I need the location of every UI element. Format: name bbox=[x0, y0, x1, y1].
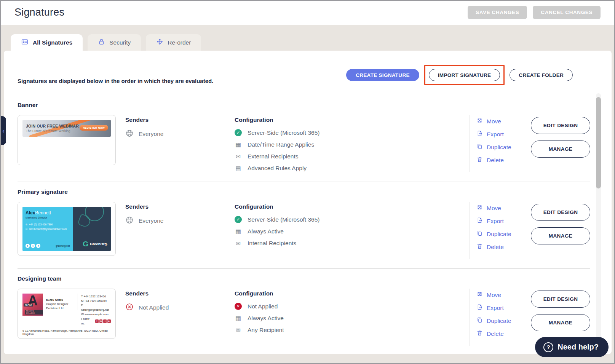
trash-icon bbox=[476, 243, 483, 251]
config-label: External Recipients bbox=[248, 153, 299, 160]
export-label: Export bbox=[487, 305, 504, 311]
configuration-heading: Configuration bbox=[235, 290, 470, 297]
duplicate-label: Duplicate bbox=[487, 231, 511, 238]
delete-label: Delete bbox=[487, 330, 504, 337]
export-icon bbox=[476, 130, 483, 138]
globe-icon bbox=[125, 216, 134, 226]
phone-icon: ✆ bbox=[26, 224, 27, 226]
signature-thumbnail[interactable]: A ALPHA PRIVATE COLLEGE Karen Green Grap… bbox=[18, 289, 116, 339]
question-mark-icon: ? bbox=[543, 342, 553, 352]
move-icon bbox=[476, 291, 483, 299]
need-help-button[interactable]: ? Need help? bbox=[535, 337, 609, 357]
delete-link[interactable]: Delete bbox=[476, 156, 518, 164]
sig-address: 9-11 Alexandra Road, Farnborough, Hampsh… bbox=[22, 329, 111, 336]
move-icon bbox=[476, 117, 483, 125]
delete-link[interactable]: Delete bbox=[476, 330, 518, 338]
tab-all-signatures[interactable]: All Signatures bbox=[11, 34, 83, 51]
duplicate-icon bbox=[476, 143, 483, 151]
config-label: Not Applied bbox=[248, 303, 278, 310]
cross-icon bbox=[235, 303, 242, 310]
sig-email: alex.bennett@syncanddeliver.com bbox=[29, 228, 67, 230]
senders-heading: Senders bbox=[125, 203, 217, 210]
toolbar: CREATE SIGNATURE IMPORT SIGNATURE CREATE… bbox=[346, 65, 573, 85]
config-label: Server-Side (Microsoft 365) bbox=[248, 216, 320, 223]
delete-label: Delete bbox=[487, 157, 504, 164]
move-link[interactable]: Move bbox=[476, 204, 518, 212]
move-label: Move bbox=[487, 118, 501, 125]
banner-subline: The Future of Remote Working bbox=[26, 129, 79, 133]
instagram-icon: ◎ bbox=[31, 244, 35, 248]
duplicate-link[interactable]: Duplicate bbox=[476, 317, 518, 325]
sig-phone-t: T +44 1252 123456 bbox=[81, 294, 111, 299]
scrollbar-track[interactable] bbox=[596, 93, 601, 351]
config-label: Always Active bbox=[248, 228, 284, 235]
move-icon bbox=[476, 204, 483, 212]
section-title: Banner bbox=[18, 102, 590, 109]
move-link[interactable]: Move bbox=[476, 291, 518, 299]
lock-icon bbox=[98, 38, 105, 47]
import-signature-button[interactable]: IMPORT SIGNATURE bbox=[429, 69, 500, 81]
edit-design-button[interactable]: EDIT DESIGN bbox=[531, 204, 590, 221]
calendar-icon bbox=[235, 141, 242, 148]
signature-thumbnail[interactable]: AlexBennett Marketing Director ✆+44 (0) … bbox=[18, 202, 116, 256]
import-signature-highlight: IMPORT SIGNATURE bbox=[424, 65, 505, 85]
greenorg-logo-icon: G bbox=[83, 240, 88, 247]
cancel-changes-button[interactable]: CANCEL CHANGES bbox=[533, 6, 601, 19]
globe-icon bbox=[125, 129, 134, 139]
tab-label: All Signatures bbox=[33, 39, 72, 46]
manage-button[interactable]: MANAGE bbox=[531, 314, 590, 331]
config-label: Advanced Rules Apply bbox=[248, 165, 307, 172]
tab-security[interactable]: Security bbox=[88, 34, 141, 51]
sig-role: Marketing Director bbox=[26, 216, 70, 219]
config-label: Server-Side (Microsoft 365) bbox=[248, 129, 320, 136]
twitter-icon: t bbox=[26, 244, 30, 248]
section-title: Designing team bbox=[18, 275, 590, 282]
main-area: All Signatures Security Re-order Signatu… bbox=[0, 25, 615, 364]
duplicate-link[interactable]: Duplicate bbox=[476, 230, 518, 238]
sidebar-collapse-toggle[interactable]: ‹ bbox=[1, 116, 6, 145]
create-signature-button[interactable]: CREATE SIGNATURE bbox=[346, 69, 419, 81]
duplicate-link[interactable]: Duplicate bbox=[476, 143, 518, 151]
config-label: Always Active bbox=[248, 315, 284, 322]
save-changes-button[interactable]: SAVE CHANGES bbox=[468, 6, 527, 19]
tab-label: Security bbox=[109, 39, 131, 46]
configuration-heading: Configuration bbox=[235, 203, 470, 210]
app-header: Signatures SAVE CHANGES CANCEL CHANGES bbox=[0, 0, 615, 25]
tab-reorder[interactable]: Re-order bbox=[146, 34, 201, 51]
need-help-label: Need help? bbox=[557, 343, 599, 351]
export-link[interactable]: Export bbox=[476, 130, 518, 138]
delete-link[interactable]: Delete bbox=[476, 243, 518, 251]
export-label: Export bbox=[487, 218, 504, 225]
signature-thumbnail[interactable]: JOIN OUR FREE WEBINAR The Future of Remo… bbox=[18, 115, 116, 165]
section-designing-team: Designing team A ALPHA PRIVATE COLLEGE bbox=[18, 268, 590, 354]
configuration-heading: Configuration bbox=[235, 117, 470, 123]
create-folder-button[interactable]: CREATE FOLDER bbox=[510, 69, 573, 81]
sig-phone-m: M +44 7123 456789 bbox=[81, 299, 111, 303]
trash-icon bbox=[476, 156, 483, 164]
move-link[interactable]: Move bbox=[476, 117, 518, 125]
section-title: Primary signature bbox=[18, 188, 590, 195]
sig-web: W www.example.com bbox=[81, 312, 111, 317]
register-now-button: REGISTER NOW bbox=[80, 125, 108, 131]
move-label: Move bbox=[487, 292, 501, 299]
linkedin-icon: in bbox=[99, 319, 103, 323]
edit-design-button[interactable]: EDIT DESIGN bbox=[531, 117, 590, 134]
scrollbar-thumb[interactable] bbox=[596, 97, 601, 188]
sig-website: greenorg.net bbox=[56, 244, 70, 247]
export-icon bbox=[476, 304, 483, 312]
sig-first-name: Alex bbox=[26, 210, 35, 216]
chevron-left-icon: ‹ bbox=[3, 128, 5, 134]
edit-design-button[interactable]: EDIT DESIGN bbox=[531, 291, 590, 308]
check-icon bbox=[235, 129, 242, 136]
export-link[interactable]: Export bbox=[476, 304, 518, 312]
brand-name: GreenOrg. bbox=[90, 242, 108, 246]
manage-button[interactable]: MANAGE bbox=[531, 227, 590, 244]
follow-us-label: Follow us: bbox=[81, 317, 94, 326]
manage-button[interactable]: MANAGE bbox=[531, 140, 590, 158]
move-label: Move bbox=[487, 205, 501, 212]
alpha-subtitle: PRIVATE COLLEGE bbox=[25, 310, 43, 315]
sig-last-name: Bennett bbox=[35, 210, 51, 216]
export-link[interactable]: Export bbox=[476, 217, 518, 225]
banner-headline: JOIN OUR FREE WEBINAR bbox=[26, 124, 79, 128]
move-arrows-icon bbox=[156, 38, 163, 47]
